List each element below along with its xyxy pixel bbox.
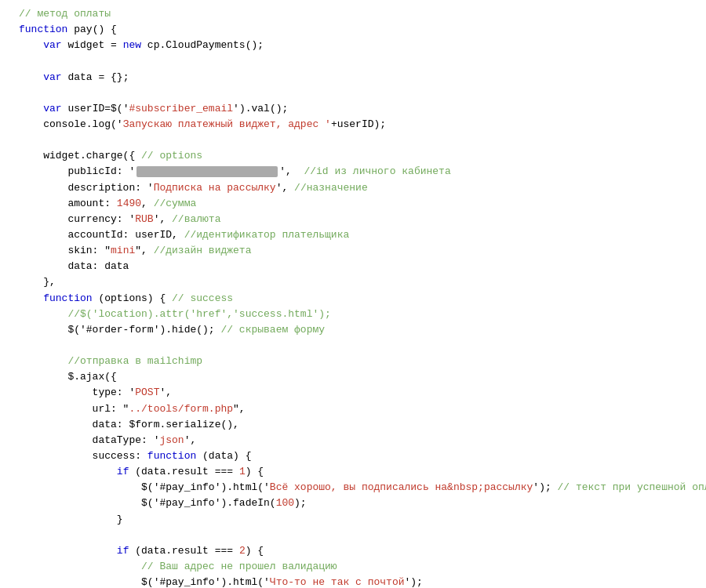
code-line: widget.charge({ // options — [0, 148, 706, 164]
code-line — [0, 53, 706, 69]
code-line: function pay() { — [0, 22, 706, 38]
code-line: skin: "mini", //дизайн виджета — [0, 243, 706, 259]
code-line: function (options) { // success — [0, 291, 706, 307]
string-token: POST — [135, 387, 159, 398]
string-token: ../tools/form.php — [129, 403, 233, 415]
number-token: 100 — [276, 497, 294, 509]
comment-token: // Ваш адрес не прошел валидацию — [141, 561, 337, 572]
code-line — [0, 528, 706, 543]
code-line: $('#order-form').hide(); // скрываем фор… — [0, 322, 706, 338]
code-line: if (data.result === 2) { — [0, 543, 706, 559]
code-line: //отправка в mailchimp — [0, 354, 706, 369]
code-line: $('#pay_info').html('Всё хорошо, вы подп… — [0, 480, 706, 495]
code-line: publicId: ' ', //id из личного кабинета — [0, 164, 706, 180]
string-token: Что-то не так с почтой — [270, 576, 405, 588]
comment-token: //идентификатор плательщика — [184, 229, 350, 241]
code-line: var data = {}; — [0, 70, 706, 85]
keyword-token: if — [117, 545, 129, 557]
string-token: Подписка на рассылку — [154, 182, 276, 194]
keyword-token: var — [43, 39, 61, 51]
code-line — [0, 132, 706, 148]
code-line: var userID=$('#subscriber_email').val(); — [0, 101, 706, 117]
keyword-token: var — [43, 103, 61, 114]
code-line: data: data — [0, 259, 706, 274]
code-line: dataType: 'json', — [0, 433, 706, 448]
keyword-token: function — [19, 24, 67, 35]
code-line: amount: 1490, //сумма — [0, 196, 706, 212]
code-line: var widget = new cp.CloudPayments(); — [0, 38, 706, 53]
code-line: //$('location).attr('href','success.html… — [0, 307, 706, 322]
comment-token: // метод оплаты — [19, 8, 111, 20]
string-token: RUB — [135, 213, 153, 225]
comment-token: // options — [141, 150, 202, 162]
code-line: currency: 'RUB', //валюта — [0, 212, 706, 227]
comment-token: //валюта — [172, 213, 220, 225]
number-token: 1490 — [117, 198, 141, 209]
comment-token: //дизайн виджета — [154, 245, 252, 256]
code-line: if (data.result === 1) { — [0, 464, 706, 480]
code-line: accountId: userID, //идентификатор плате… — [0, 227, 706, 243]
code-editor: // метод оплатыfunction pay() { var widg… — [0, 0, 706, 588]
string-token: Всё хорошо, вы подписались на&nbsp;рассы… — [270, 481, 533, 493]
code-line: description: 'Подписка на рассылку', //н… — [0, 180, 706, 196]
comment-token: //назначение — [294, 182, 368, 194]
comment-token: //$('location).attr('href','success.html… — [67, 308, 330, 320]
code-line: }, — [0, 274, 706, 290]
keyword-token: var — [43, 71, 61, 83]
code-line: } — [0, 512, 706, 528]
code-line: $('#pay_info').fadeIn(100); — [0, 495, 706, 511]
code-line — [0, 338, 706, 354]
comment-token: //отправка в mailchimp — [67, 355, 202, 367]
number-token: 1 — [239, 466, 246, 477]
code-line: $.ajax({ — [0, 369, 706, 385]
code-line: success: function (data) { — [0, 448, 706, 464]
string-token: mini — [111, 245, 135, 256]
code-line — [0, 85, 706, 101]
code-line: type: 'POST', — [0, 385, 706, 401]
redacted-value — [136, 166, 278, 177]
number-token: 2 — [239, 545, 246, 557]
code-line: $('#pay_info').html('Что-то не так с поч… — [0, 575, 706, 588]
comment-token: // текст при успешной оплате — [558, 481, 706, 493]
string-token: #subscriber_email — [129, 103, 233, 114]
keyword-token: if — [117, 466, 129, 477]
comment-token: // скрываем форму — [220, 324, 325, 336]
code-line: // метод оплаты — [0, 6, 706, 22]
comment-token: //сумма — [154, 198, 197, 209]
string-token: json — [159, 434, 184, 446]
code-line: // Ваш адрес не прошел валидацию — [0, 559, 706, 575]
comment-token: // success — [172, 292, 233, 304]
keyword-token: function — [147, 450, 196, 462]
code-line: url: "../tools/form.php", — [0, 401, 706, 417]
comment-token: //id из личного кабинета — [304, 165, 450, 177]
keyword-token: new — [123, 39, 141, 51]
code-line: data: $form.serialize(), — [0, 417, 706, 433]
string-token: Запускаю платежный виджет, адрес ' — [123, 118, 331, 130]
keyword-token: function — [43, 292, 92, 304]
code-line: console.log('Запускаю платежный виджет, … — [0, 117, 706, 132]
